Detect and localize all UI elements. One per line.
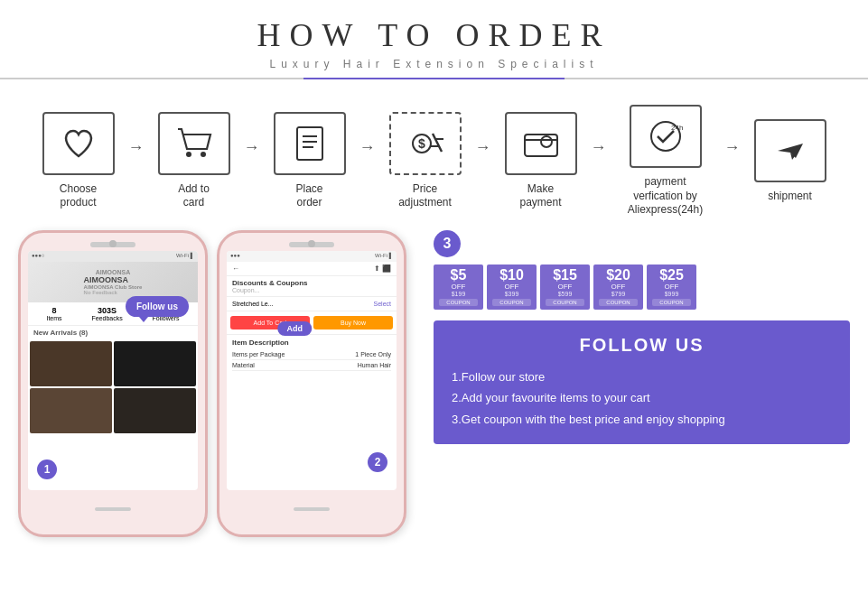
product-thumb-2	[114, 341, 196, 386]
phone1-camera	[109, 240, 117, 247]
step-payment-verification-label: paymentverfication byAliexpress(24h)	[628, 175, 703, 218]
step3-badge: 3	[434, 230, 461, 257]
step-make-payment: Makepayment	[491, 112, 591, 210]
step-payment-verification-icon: 24h	[630, 105, 702, 168]
step-choose-product-icon	[42, 112, 115, 175]
svg-point-1	[201, 152, 206, 157]
step-place-order-icon	[274, 112, 346, 175]
phone2-add-button[interactable]: Add	[277, 321, 312, 336]
coupon-bar: $5 OFF $199 COUPON $10 OFF $399 COUPON $…	[434, 265, 850, 310]
step-make-payment-icon	[505, 112, 577, 175]
phone2-action-buttons: Add To Cart Buy Now	[227, 311, 397, 335]
phone1-logo: AIMOONSA	[84, 275, 143, 284]
coupon-10[interactable]: $10 OFF $399 COUPON	[487, 265, 537, 310]
step-add-to-cart: Add tocard	[145, 112, 244, 210]
phone2-home-indicator	[294, 507, 330, 511]
follow-us-list: 1.Follow our store 2.Add your favourite …	[452, 367, 832, 430]
arrow-3: →	[359, 138, 376, 157]
coupon-5[interactable]: $5 OFF $199 COUPON	[434, 265, 483, 310]
step-add-to-cart-icon	[158, 112, 230, 175]
phone1-screen: ●●●○ Wi-Fi ▌ AIMOONSA AIMOONSA AIMOONSA …	[28, 251, 198, 490]
phone1-new-arrivals: New Arrivals (8)	[28, 326, 198, 339]
svg-line-8	[433, 134, 442, 152]
step-choose-product: Chooseproduct	[29, 112, 128, 210]
coupon-20[interactable]: $20 OFF $799 COUPON	[593, 265, 643, 310]
page-subtitle: Luxury Hair Extension Specialist	[0, 58, 868, 70]
step-choose-product-label: Chooseproduct	[60, 182, 97, 210]
arrow-4: →	[475, 138, 491, 157]
follow-item-1: 1.Follow our store	[452, 367, 832, 387]
product-thumb-1	[30, 341, 112, 386]
right-section: 3 $5 OFF $199 COUPON $10 OFF $399 COUPON…	[406, 230, 868, 537]
phone2-desc-title: Item Description	[232, 339, 391, 347]
phone1-step-badge: 1	[37, 459, 57, 479]
follow-item-3: 3.Get coupon with the best price and enj…	[452, 409, 832, 430]
phone2-description: Item Description Items per Package1 Piec…	[227, 335, 397, 375]
step-shipment-icon	[754, 119, 826, 182]
step-shipment-label: shipment	[768, 190, 812, 204]
svg-rect-2	[297, 127, 322, 160]
phone1-mockup: ●●●○ Wi-Fi ▌ AIMOONSA AIMOONSA AIMOONSA …	[18, 230, 208, 537]
phone1-follow-bubble[interactable]: Follow us	[126, 296, 189, 317]
step-make-payment-label: Makepayment	[519, 182, 561, 210]
phone1-product-grid	[28, 339, 198, 435]
phone2-desc-row-1: Items per Package1 Piece Only	[232, 349, 391, 360]
phone2-mockup: ●●● Wi-Fi ▌ ← ⬆ ⬛ Discounts & Coupons Co…	[217, 230, 406, 537]
step-payment-verification: 24h paymentverfication byAliexpress(24h)	[607, 105, 724, 218]
product-thumb-4	[114, 388, 196, 433]
step-add-to-cart-label: Add tocard	[178, 182, 210, 210]
follow-item-2: 2.Add your favourite items to your cart	[452, 387, 832, 408]
follow-us-box: FOLLOW US 1.Follow our store 2.Add your …	[434, 320, 850, 444]
svg-point-12	[541, 136, 552, 147]
svg-text:24h: 24h	[671, 124, 683, 132]
product-thumb-3	[30, 388, 112, 433]
phone2-step-badge: 2	[368, 452, 387, 472]
steps-row: Chooseproduct → Add tocard → Placeorder …	[0, 85, 868, 230]
step-shipment: shipment	[741, 119, 840, 204]
svg-rect-11	[525, 135, 557, 156]
step-price-adjustment: $ Priceadjustment	[376, 112, 475, 210]
page-title: HOW TO ORDER	[0, 16, 868, 54]
phone2-item-row: Stretched Le... Select	[227, 297, 397, 311]
bottom-section: ●●●○ Wi-Fi ▌ AIMOONSA AIMOONSA AIMOONSA …	[0, 230, 868, 537]
step-price-adjustment-icon: $	[389, 112, 462, 175]
arrow-6: →	[724, 138, 741, 157]
step-place-order-label: Placeorder	[295, 182, 322, 210]
phone2-buy-now-btn[interactable]: Buy Now	[313, 316, 393, 329]
phone1-home-indicator	[95, 507, 131, 511]
arrow-5: →	[591, 138, 607, 157]
coupon-15[interactable]: $15 OFF $599 COUPON	[540, 265, 590, 310]
step-price-adjustment-label: Priceadjustment	[398, 182, 452, 210]
arrow-1: →	[128, 138, 145, 157]
arrow-2: →	[244, 138, 260, 157]
header-divider	[0, 78, 868, 79]
phone2-camera	[308, 240, 315, 247]
phone2-discounts-label: Discounts & Coupons	[232, 279, 391, 287]
phone2-screen: ●●● Wi-Fi ▌ ← ⬆ ⬛ Discounts & Coupons Co…	[227, 251, 397, 490]
phone2-desc-row-2: MaterialHuman Hair	[232, 360, 391, 371]
coupon-25[interactable]: $25 OFF $999 COUPON	[647, 265, 696, 310]
svg-point-0	[186, 152, 191, 157]
follow-us-title: FOLLOW US	[452, 335, 832, 356]
svg-text:$: $	[418, 136, 425, 151]
step-place-order: Placeorder	[260, 112, 359, 210]
page-header: HOW TO ORDER Luxury Hair Extension Speci…	[0, 0, 868, 85]
